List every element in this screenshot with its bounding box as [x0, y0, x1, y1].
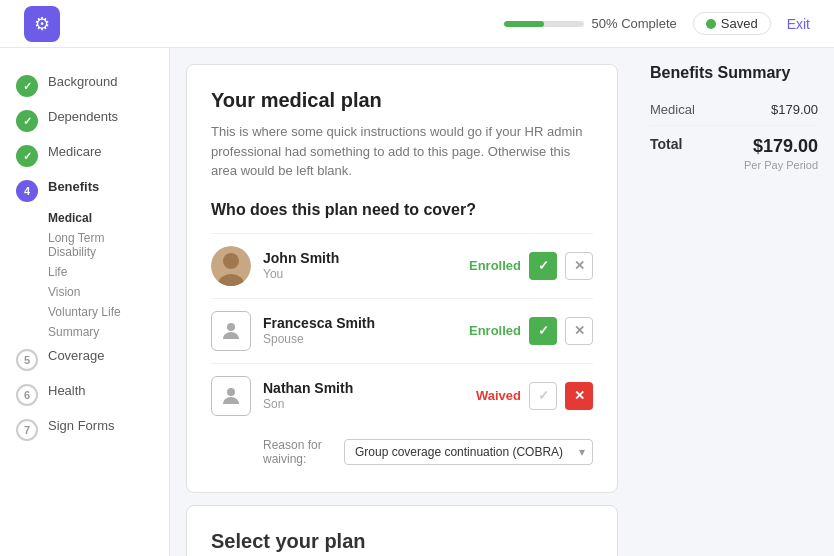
select-plan-title: Select your plan: [211, 530, 593, 553]
francesca-name: Francesca Smith: [263, 315, 375, 331]
sidebar-sub-label-voluntary-life: Voluntary Life: [48, 305, 153, 319]
sidebar-sub-long-term[interactable]: Long Term Disability: [0, 228, 169, 262]
sidebar-sub-label-life: Life: [48, 265, 153, 279]
francesca-status: Enrolled: [469, 323, 521, 338]
check-icon-medicare: ✓: [16, 145, 38, 167]
sidebar-label-benefits: Benefits: [48, 179, 99, 196]
exit-button[interactable]: Exit: [787, 16, 810, 32]
sidebar-item-benefits[interactable]: 4 Benefits: [0, 173, 169, 208]
person-right-john: Enrolled ✓ ✕: [469, 252, 593, 280]
sidebar-sub-label-vision: Vision: [48, 285, 153, 299]
medical-plan-description: This is where some quick instructions wo…: [211, 122, 593, 181]
avatar-john: [211, 246, 251, 286]
sidebar-item-medicare[interactable]: ✓ Medicare: [0, 138, 169, 173]
sidebar-sub-label-long-term: Long Term Disability: [48, 231, 153, 259]
francesca-enroll-button[interactable]: ✓: [529, 317, 557, 345]
john-name: John Smith: [263, 250, 339, 266]
benefits-medical-label: Medical: [650, 102, 695, 117]
nathan-avatar-icon: [219, 384, 243, 408]
sidebar-item-sign-forms[interactable]: 7 Sign Forms: [0, 412, 169, 447]
waiver-label: Reason for waiving:: [263, 438, 334, 466]
sidebar-label-medicare: Medicare: [48, 144, 101, 161]
benefits-medical-value: $179.00: [771, 102, 818, 117]
sidebar-sub-vision[interactable]: Vision: [0, 282, 169, 302]
nathan-enroll-button[interactable]: ✓: [529, 382, 557, 410]
sidebar-label-coverage: Coverage: [48, 348, 104, 365]
nathan-remove-button[interactable]: ✕: [565, 382, 593, 410]
sidebar-sub-label-medical: Medical: [48, 211, 153, 225]
person-row-francesca: Francesca Smith Spouse Enrolled ✓ ✕: [211, 298, 593, 363]
main-content: Your medical plan This is where some qui…: [170, 48, 634, 556]
francesca-relation: Spouse: [263, 332, 375, 346]
header-right: 50% Complete Saved Exit: [504, 12, 811, 35]
progress-container: 50% Complete: [504, 16, 677, 31]
sidebar-item-coverage[interactable]: 5 Coverage: [0, 342, 169, 377]
progress-text: 50% Complete: [592, 16, 677, 31]
benefits-panel: Benefits Summary Medical $179.00 Total $…: [634, 48, 834, 556]
person-right-nathan: Waived ✓ ✕: [476, 382, 593, 410]
john-avatar-image: [211, 246, 251, 286]
person-left-francesca: Francesca Smith Spouse: [211, 311, 375, 351]
john-enroll-button[interactable]: ✓: [529, 252, 557, 280]
nathan-info: Nathan Smith Son: [263, 380, 353, 411]
sidebar-label-sign-forms: Sign Forms: [48, 418, 114, 435]
sidebar-item-dependents[interactable]: ✓ Dependents: [0, 103, 169, 138]
john-info: John Smith You: [263, 250, 339, 281]
benefits-summary-title: Benefits Summary: [650, 64, 818, 82]
header: ⚙ 50% Complete Saved Exit: [0, 0, 834, 48]
benefits-total-row: Total $179.00 Per Pay Period: [650, 126, 818, 175]
layout: ✓ Background ✓ Dependents ✓ Medicare 4 B…: [0, 48, 834, 556]
sidebar-sub-summary[interactable]: Summary: [0, 322, 169, 342]
person-row-nathan: Nathan Smith Son Waived ✓ ✕: [211, 363, 593, 428]
sidebar-item-background[interactable]: ✓ Background: [0, 68, 169, 103]
avatar-nathan: [211, 376, 251, 416]
check-icon-dependents: ✓: [16, 110, 38, 132]
nathan-status: Waived: [476, 388, 521, 403]
waiver-select-wrapper: Group coverage continuation (COBRA) Spou…: [344, 439, 593, 465]
francesca-info: Francesca Smith Spouse: [263, 315, 375, 346]
sidebar-sub-medical[interactable]: Medical: [0, 208, 169, 228]
sidebar-label-health: Health: [48, 383, 86, 400]
avatar-francesca: [211, 311, 251, 351]
francesca-avatar-icon: [219, 319, 243, 343]
person-row-john: John Smith You Enrolled ✓ ✕: [211, 233, 593, 298]
svg-point-3: [227, 323, 235, 331]
sidebar-sub-life[interactable]: Life: [0, 262, 169, 282]
saved-dot: [706, 19, 716, 29]
number-icon-benefits: 4: [16, 180, 38, 202]
check-icon-background: ✓: [16, 75, 38, 97]
benefits-total-label: Total: [650, 136, 682, 152]
waiver-reason-row: Reason for waiving: Group coverage conti…: [211, 428, 593, 468]
john-remove-button[interactable]: ✕: [565, 252, 593, 280]
progress-bar-background: [504, 21, 584, 27]
svg-point-1: [223, 253, 239, 269]
app-logo: ⚙: [24, 6, 60, 42]
sidebar-item-health[interactable]: 6 Health: [0, 377, 169, 412]
number-icon-sign-forms: 7: [16, 419, 38, 441]
benefits-total-amount: $179.00: [744, 136, 818, 157]
medical-plan-card: Your medical plan This is where some qui…: [186, 64, 618, 493]
nathan-name: Nathan Smith: [263, 380, 353, 396]
benefits-row-medical: Medical $179.00: [650, 94, 818, 126]
john-relation: You: [263, 267, 339, 281]
who-cover-title: Who does this plan need to cover?: [211, 201, 593, 219]
svg-point-4: [227, 388, 235, 396]
person-left-nathan: Nathan Smith Son: [211, 376, 353, 416]
person-right-francesca: Enrolled ✓ ✕: [469, 317, 593, 345]
sidebar-sub-voluntary-life[interactable]: Voluntary Life: [0, 302, 169, 322]
sidebar: ✓ Background ✓ Dependents ✓ Medicare 4 B…: [0, 48, 170, 556]
sidebar-label-dependents: Dependents: [48, 109, 118, 126]
waiver-reason-select[interactable]: Group coverage continuation (COBRA) Spou…: [344, 439, 593, 465]
francesca-remove-button[interactable]: ✕: [565, 317, 593, 345]
progress-bar-fill: [504, 21, 544, 27]
benefits-per-period: Per Pay Period: [744, 159, 818, 171]
john-status: Enrolled: [469, 258, 521, 273]
nathan-relation: Son: [263, 397, 353, 411]
medical-plan-title: Your medical plan: [211, 89, 593, 112]
number-icon-health: 6: [16, 384, 38, 406]
sidebar-label-background: Background: [48, 74, 117, 91]
benefits-total-value-block: $179.00 Per Pay Period: [744, 136, 818, 171]
saved-label: Saved: [721, 16, 758, 31]
number-icon-coverage: 5: [16, 349, 38, 371]
saved-badge: Saved: [693, 12, 771, 35]
